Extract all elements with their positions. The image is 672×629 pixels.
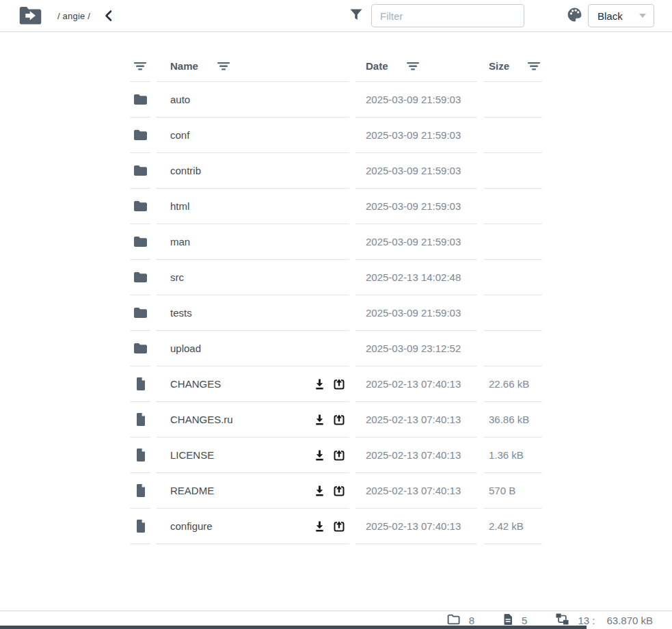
header-date-label: Date — [366, 60, 388, 72]
row-actions — [314, 520, 345, 533]
entry-size — [483, 224, 542, 260]
download-icon[interactable] — [314, 378, 325, 390]
table-row[interactable]: upload2025-03-09 23:12:52 — [130, 331, 542, 366]
table-row[interactable]: html2025-03-09 21:59:03 — [130, 189, 542, 224]
sort-icon-size[interactable] — [527, 62, 541, 71]
entry-name[interactable]: man — [170, 236, 190, 247]
entry-name[interactable]: configure — [170, 520, 213, 532]
entry-size — [483, 189, 542, 224]
sort-icon-name[interactable] — [217, 62, 230, 71]
sort-icon-type[interactable] — [133, 62, 147, 71]
download-icon[interactable] — [314, 414, 325, 426]
table-header-row: Name Date Size — [130, 51, 542, 82]
entry-name[interactable]: contrib — [170, 165, 201, 176]
header-size-label: Size — [489, 60, 509, 72]
file-icon — [130, 438, 150, 473]
entry-date: 2025-03-09 21:59:03 — [355, 295, 477, 331]
folder-icon — [130, 153, 150, 189]
table-row[interactable]: man2025-03-09 21:59:03 — [130, 224, 542, 260]
file-icon — [130, 402, 150, 438]
download-icon[interactable] — [314, 449, 325, 461]
topbar-left: / angie / — [18, 5, 113, 26]
links-count-item: 13 : — [556, 613, 595, 627]
entry-name-cell: configure — [157, 509, 349, 544]
back-chevron-icon[interactable] — [104, 10, 113, 22]
entry-name[interactable]: src — [170, 271, 184, 283]
entry-date: 2025-02-13 07:40:13 — [355, 402, 477, 438]
table-row[interactable]: CHANGES.ru2025-02-13 07:40:1336.86 kB — [130, 402, 542, 438]
table-row[interactable]: src2025-02-13 14:02:48 — [130, 260, 542, 295]
entry-name-cell: src — [157, 260, 349, 295]
filter-funnel-icon — [350, 9, 362, 23]
breadcrumb[interactable]: / angie / — [57, 11, 90, 21]
table-row[interactable]: contrib2025-03-09 21:59:03 — [130, 153, 542, 189]
file-count: 5 — [522, 615, 527, 626]
folder-outline-icon — [447, 614, 460, 627]
folder-icon — [130, 331, 150, 366]
entry-name-cell: tests — [157, 295, 349, 331]
entry-size — [483, 295, 542, 331]
table-row[interactable]: CHANGES2025-02-13 07:40:1322.66 kB — [130, 366, 542, 402]
file-icon — [130, 473, 150, 509]
download-icon[interactable] — [314, 520, 325, 533]
header-size-cell: Size — [483, 51, 542, 82]
row-actions — [314, 485, 345, 497]
entry-size: 570 B — [483, 473, 542, 509]
entry-name-cell: CHANGES.ru — [157, 402, 349, 438]
file-icon — [130, 366, 150, 402]
open-in-browser-icon[interactable] — [333, 378, 345, 390]
entry-date: 2025-03-09 21:59:03 — [355, 224, 477, 260]
entry-name[interactable]: conf — [170, 129, 189, 141]
entry-size — [483, 118, 542, 153]
table-rows: auto2025-03-09 21:59:03conf2025-03-09 21… — [130, 82, 542, 544]
entry-size — [483, 82, 542, 118]
entry-size — [483, 153, 542, 189]
entry-name-cell: html — [157, 189, 349, 224]
sort-icon-date[interactable] — [406, 62, 420, 71]
entry-name-cell: LICENSE — [157, 438, 349, 473]
entry-name[interactable]: LICENSE — [170, 449, 214, 461]
open-in-browser-icon[interactable] — [333, 449, 345, 461]
entry-date: 2025-02-13 07:40:13 — [355, 509, 477, 544]
clipped-bottom-bar — [0, 626, 587, 629]
entry-date: 2025-03-09 21:59:03 — [355, 82, 477, 118]
entry-name[interactable]: CHANGES.ru — [170, 414, 233, 425]
table-row[interactable]: LICENSE2025-02-13 07:40:131.36 kB — [130, 438, 542, 473]
links-count: 13 : — [578, 615, 595, 626]
entry-size: 2.42 kB — [483, 509, 542, 544]
filter-input[interactable] — [371, 4, 524, 27]
entry-name-cell: man — [157, 224, 349, 260]
table-row[interactable]: auto2025-03-09 21:59:03 — [130, 82, 542, 118]
entry-name-cell: auto — [157, 82, 349, 118]
table-row[interactable]: conf2025-03-09 21:59:03 — [130, 118, 542, 153]
entry-size — [483, 331, 542, 366]
app-logo-folder-arrow-icon[interactable] — [18, 5, 43, 26]
download-icon[interactable] — [314, 485, 325, 497]
filter-group — [350, 0, 524, 31]
theme-group: Black — [567, 0, 654, 31]
theme-select[interactable]: Black — [588, 4, 654, 27]
entry-name[interactable]: README — [170, 485, 214, 496]
theme-select-value: Black — [597, 10, 623, 22]
entry-name[interactable]: tests — [170, 307, 192, 319]
table-row[interactable]: tests2025-03-09 21:59:03 — [130, 295, 542, 331]
open-in-browser-icon[interactable] — [333, 414, 345, 426]
file-icon — [130, 509, 150, 544]
folder-icon — [130, 118, 150, 153]
entry-name-cell: conf — [157, 118, 349, 153]
table-row[interactable]: configure2025-02-13 07:40:132.42 kB — [130, 509, 542, 544]
header-name-label: Name — [170, 60, 198, 72]
open-in-browser-icon[interactable] — [333, 520, 345, 533]
folder-icon — [130, 82, 150, 118]
entry-name[interactable]: upload — [170, 343, 201, 354]
file-table: Name Date Size auto2025-03-09 21:59:03co… — [130, 51, 542, 544]
entry-name-cell: contrib — [157, 153, 349, 189]
open-in-browser-icon[interactable] — [333, 485, 345, 497]
entry-date: 2025-02-13 07:40:13 — [355, 438, 477, 473]
entry-name[interactable]: html — [170, 200, 189, 212]
caret-down-icon — [639, 14, 646, 18]
entry-name[interactable]: auto — [170, 94, 190, 105]
entry-name[interactable]: CHANGES — [170, 378, 221, 390]
table-row[interactable]: README2025-02-13 07:40:13570 B — [130, 473, 542, 509]
folder-icon — [130, 260, 150, 295]
